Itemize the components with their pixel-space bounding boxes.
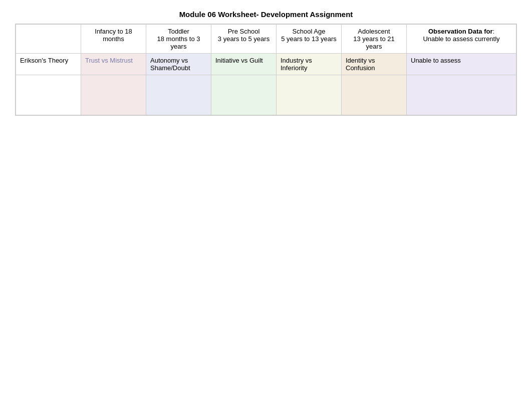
header-infancy: Infancy to 18 months <box>81 25 146 54</box>
theory-row-label: Erikson's Theory <box>16 54 81 75</box>
empty-infancy-cell <box>81 75 146 115</box>
empty-toddler-cell <box>146 75 211 115</box>
header-label-cell <box>16 25 81 54</box>
obs-header-sub: Unable to assess currently <box>423 35 499 43</box>
obs-header-colon: : <box>492 28 494 35</box>
preschool-theory-cell: Initiative vs Guilt <box>211 54 277 75</box>
empty-adolescent-cell <box>342 75 407 115</box>
empty-label-cell <box>16 75 81 115</box>
header-school: School Age5 years to 13 years <box>277 25 342 54</box>
empty-preschool-cell <box>211 75 277 115</box>
header-adolescent: Adolescent13 years to 21 years <box>342 25 407 54</box>
main-table-container: Infancy to 18 months Toddler18 months to… <box>15 24 517 116</box>
school-theory-cell: Industry vs Inferiority <box>277 54 342 75</box>
adolescent-theory-cell: Identity vs Confusion <box>342 54 407 75</box>
empty-school-cell <box>277 75 342 115</box>
header-row: Infancy to 18 months Toddler18 months to… <box>16 25 516 54</box>
header-preschool: Pre School3 years to 5 years <box>211 25 277 54</box>
development-table: Infancy to 18 months Toddler18 months to… <box>16 24 516 115</box>
page-title: Module 06 Worksheet- Development Assignm… <box>0 0 532 24</box>
preschool-label: Pre School3 years to 5 years <box>218 28 270 43</box>
toddler-label: Toddler18 months to 3 years <box>157 28 200 50</box>
header-observation: Observation Data for: Unable to assess c… <box>407 25 516 54</box>
empty-row <box>16 75 516 115</box>
toddler-theory-cell: Autonomy vs Shame/Doubt <box>146 54 211 75</box>
observation-theory-cell: Unable to assess <box>407 54 516 75</box>
infancy-theory-cell: Trust vs Mistrust <box>81 54 146 75</box>
theory-row: Erikson's Theory Trust vs Mistrust Auton… <box>16 54 516 75</box>
obs-header-bold: Observation Data for <box>428 28 493 35</box>
empty-observation-cell <box>407 75 516 115</box>
header-toddler: Toddler18 months to 3 years <box>146 25 211 54</box>
adolescent-label: Adolescent13 years to 21 years <box>353 28 394 50</box>
school-label: School Age5 years to 13 years <box>281 28 337 43</box>
